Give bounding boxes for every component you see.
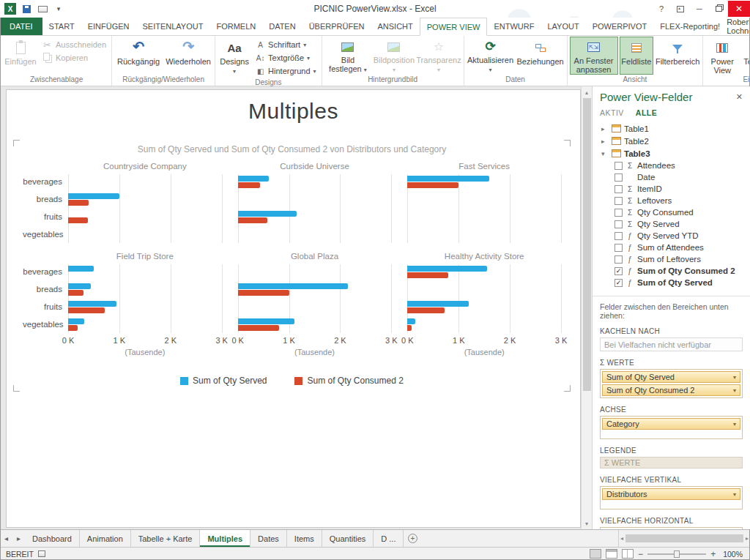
sheet-tab-tabelle-karte[interactable]: Tabelle + Karte (131, 530, 201, 547)
multiple-panel-countryside-company[interactable] (68, 173, 222, 243)
resize-handle[interactable] (13, 385, 20, 392)
scroll-up-icon[interactable]: ▴ (585, 88, 588, 97)
bar-sum-of-qty-served[interactable] (238, 318, 294, 324)
new-sheet-icon[interactable]: + (404, 530, 421, 547)
bar-sum-of-qty-served[interactable] (407, 266, 486, 272)
copy-button[interactable]: Kopieren (39, 51, 109, 64)
minimize-icon[interactable]: ─ (690, 1, 709, 17)
ribbon-tab-einf-gen[interactable]: EINFÜGEN (81, 18, 136, 35)
ribbon-tab-ansicht[interactable]: ANSICHT (371, 18, 419, 35)
background-button[interactable]: ◧ Hintergrund▾ (253, 64, 319, 78)
bar-sum-of-qty-consumed-2[interactable] (407, 272, 448, 278)
bar-sum-of-qty-served[interactable] (68, 301, 116, 307)
transparency-button[interactable]: Transparenz ▾ (416, 37, 461, 75)
field-row-attendees[interactable]: ΣAttendees (600, 160, 743, 171)
sheet-nav-right-icon[interactable]: ▸ (12, 530, 25, 547)
multiple-panel-curbside-universe[interactable] (238, 173, 392, 243)
expand-icon[interactable]: ▸ (601, 125, 609, 132)
help-icon[interactable]: ? (652, 1, 671, 17)
field-checkbox[interactable] (615, 209, 623, 217)
resize-handle[interactable] (564, 140, 571, 146)
scrollbar-thumb[interactable] (625, 534, 743, 542)
horizontal-scrollbar[interactable]: ◂ ▸ (618, 530, 750, 547)
ribbon-tab-berpr-fen[interactable]: ÜBERPRÜFEN (302, 18, 371, 35)
table-row-table3[interactable]: ▾Table3 (600, 147, 743, 160)
well-box-achse[interactable]: Category▾ (600, 416, 743, 439)
ribbon-tab-formeln[interactable]: FORMELN (209, 18, 262, 35)
pill-dropdown-icon[interactable]: ▾ (733, 491, 736, 498)
filter-area-button[interactable]: Filterbereich (655, 37, 700, 75)
redo-button[interactable]: Wiederholen (164, 37, 212, 75)
resize-handle[interactable] (564, 385, 571, 392)
ribbon-options-icon[interactable] (671, 1, 690, 17)
field-row-date[interactable]: Date (600, 171, 743, 183)
multiple-panel-field-trip-store[interactable] (68, 263, 222, 333)
ribbon-tab-seitenlayout[interactable]: SEITENLAYOUT (135, 18, 209, 35)
page-layout-view-icon[interactable] (606, 549, 617, 559)
excel-logo-icon[interactable]: X (4, 3, 16, 15)
themes-button[interactable]: Aa Designs ▾ (218, 37, 251, 75)
page-break-view-icon[interactable] (622, 549, 634, 559)
bar-sum-of-qty-consumed-2[interactable] (238, 217, 268, 223)
table-row-table2[interactable]: ▸Table2 (600, 135, 743, 147)
field-checkbox[interactable]: ✓ (615, 279, 623, 287)
field-checkbox[interactable] (615, 185, 623, 193)
field-row-qty-served[interactable]: ΣQty Served (600, 218, 743, 230)
resize-handle[interactable] (13, 140, 20, 146)
cut-button[interactable]: Ausschneiden (39, 38, 109, 51)
fit-to-window-button[interactable]: ⇱⇲ An Fenster anpassen (570, 37, 618, 75)
textbox-button[interactable]: A Textfeld (740, 37, 750, 75)
paste-button[interactable]: Einfügen (4, 37, 37, 75)
field-pill-sum-of-qty-served[interactable]: Sum of Qty Served▾ (602, 371, 740, 383)
image-position-button[interactable]: Bildposition ▾ (373, 37, 415, 75)
field-checkbox[interactable] (615, 197, 623, 205)
table-row-table1[interactable]: ▸Table1 (600, 122, 743, 135)
bar-sum-of-qty-served[interactable] (407, 318, 415, 324)
pill-dropdown-icon[interactable]: ▾ (733, 421, 736, 428)
sheet-tab-d[interactable]: D ... (374, 530, 404, 547)
multiple-panel-healthy-activity-store[interactable] (407, 263, 561, 333)
field-checkbox[interactable]: ✓ (615, 267, 623, 275)
bar-sum-of-qty-consumed-2[interactable] (238, 325, 279, 331)
ribbon-tab-flex-reporting[interactable]: FLEX-Reporting! (653, 18, 727, 35)
sheet-nav-left-icon[interactable]: ◂ (0, 530, 12, 547)
ribbon-tab-layout[interactable]: LAYOUT (541, 18, 585, 35)
pill-dropdown-icon[interactable]: ▾ (733, 374, 736, 381)
field-list-button[interactable]: Feldliste (620, 37, 654, 75)
restore-icon[interactable] (709, 1, 728, 17)
field-row-leftovers[interactable]: ΣLeftovers (600, 195, 743, 206)
sheet-tab-animation[interactable]: Animation (80, 530, 131, 547)
touch-keyboard-icon[interactable] (37, 3, 48, 15)
ribbon-tab-daten[interactable]: DATEN (262, 18, 302, 35)
sheet-tab-dashboard[interactable]: Dashboard (25, 530, 80, 547)
field-checkbox[interactable] (615, 232, 623, 240)
bar-sum-of-qty-consumed-2[interactable] (407, 325, 412, 331)
field-row-qty-served-ytd[interactable]: ƒQty Served YTD (600, 230, 743, 242)
sheet-tab-multiples[interactable]: Multiples (200, 530, 250, 547)
sheet-tab-quantities[interactable]: Quantities (322, 530, 374, 547)
scroll-down-icon[interactable]: ▾ (585, 519, 588, 528)
field-pill-distributors[interactable]: Distributors▾ (602, 488, 740, 500)
field-checkbox[interactable] (615, 173, 623, 182)
vertical-scrollbar[interactable]: ▴ ▾ (581, 86, 592, 529)
field-checkbox[interactable] (615, 244, 623, 252)
bar-sum-of-qty-served[interactable] (407, 301, 469, 307)
text-size-button[interactable]: A↕ Textgröße▾ (253, 51, 319, 64)
refresh-button[interactable]: Aktualisieren ▾ (467, 37, 515, 75)
sheet-tab-items[interactable]: Items (287, 530, 322, 547)
ribbon-tab-power-view[interactable]: POWER VIEW (420, 18, 488, 36)
ribbon-tab-entwurf[interactable]: ENTWURF (487, 18, 541, 35)
close-icon[interactable]: ✕ (728, 1, 750, 17)
power-view-button[interactable]: Power View (705, 37, 739, 75)
multiples-chart[interactable]: Sum of Qty Served und Sum of Qty Consume… (23, 144, 561, 386)
field-checkbox[interactable] (615, 255, 623, 264)
scrollbar-thumb[interactable] (583, 98, 591, 391)
field-pill-category[interactable]: Category▾ (602, 418, 740, 430)
bar-sum-of-qty-consumed-2[interactable] (68, 307, 105, 313)
zoom-slider[interactable] (647, 553, 706, 555)
field-row-qty-consumed[interactable]: ΣQty Consumed (600, 206, 743, 218)
bar-sum-of-qty-consumed-2[interactable] (407, 182, 458, 188)
well-box-vielfache-horizontal[interactable] (600, 527, 743, 529)
bar-sum-of-qty-consumed-2[interactable] (68, 217, 88, 223)
bar-sum-of-qty-consumed-2[interactable] (238, 182, 260, 188)
